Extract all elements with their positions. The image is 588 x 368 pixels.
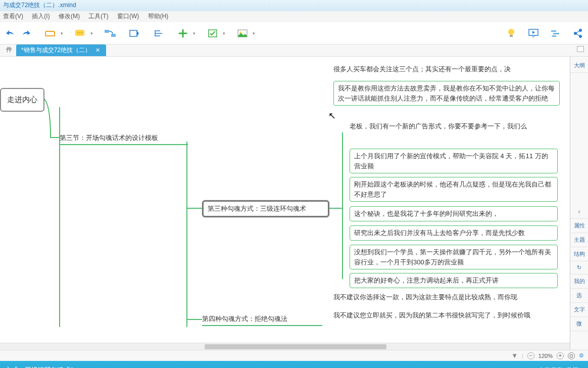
zoom-level: 120% bbox=[538, 353, 553, 359]
node-root[interactable]: 走进内心 bbox=[0, 88, 44, 112]
note-button[interactable] bbox=[73, 26, 87, 40]
node-method3-selected[interactable]: 第三种勾魂方式：三级连环勾魂术 bbox=[202, 200, 329, 217]
panel-select[interactable]: 选 bbox=[570, 289, 588, 303]
chevron-down-icon[interactable]: ▾ bbox=[193, 31, 195, 36]
bottombar-path: 方式：三级连环勾魂术') bbox=[5, 365, 74, 368]
zoom-in-button[interactable]: + bbox=[557, 352, 564, 359]
text-node[interactable]: 我不建议你选择这一款，因为这款主要特点是比较成熟，而你现 bbox=[333, 292, 561, 303]
relationship-button[interactable] bbox=[103, 26, 117, 40]
panel-text[interactable]: 文字 bbox=[570, 303, 588, 317]
statusbar: ▼ | − 120% + ⊡ ⚙ bbox=[0, 350, 588, 361]
text-node[interactable]: 刚开始跟这个老板谈的时候，他还有几点疑惑，但是现在光我自己都不好意思了 bbox=[350, 177, 558, 202]
idea-button[interactable] bbox=[504, 26, 518, 40]
menu-tools[interactable]: 工具(T) bbox=[88, 13, 108, 20]
text-node[interactable]: 很多人买车都会关注这三个点；其实还有一个最重要的点，决 bbox=[333, 64, 561, 75]
fit-icon[interactable]: ⊡ bbox=[568, 352, 575, 359]
text-node[interactable]: 我不是教你用这些方法去故意卖弄，我是教你在不知不觉中让的人，让你每次一讲话就能抓… bbox=[333, 81, 560, 106]
scrollbar-thumb[interactable] bbox=[205, 344, 386, 349]
tab-label: *销售与成交72绝技（二） bbox=[21, 46, 91, 55]
svg-rect-5 bbox=[105, 30, 109, 33]
svg-point-11 bbox=[508, 29, 514, 35]
workspace: 走进内心 第三节：开场勾魂话术的设计模板 很多人买车都会关注这三个点；其实还有一… bbox=[0, 57, 588, 350]
cursor-icon: ↖ bbox=[328, 110, 336, 121]
panel-mine[interactable]: 我的 bbox=[570, 274, 588, 289]
file-menu-tab[interactable]: 件 bbox=[2, 43, 16, 56]
chevron-down-icon[interactable]: ▾ bbox=[90, 31, 93, 36]
redo-button[interactable] bbox=[19, 26, 33, 40]
label-button[interactable] bbox=[127, 26, 141, 40]
svg-point-2 bbox=[77, 32, 78, 33]
text-node[interactable]: 这个秘诀，也是我花了十多年的时间研究出来的， bbox=[350, 206, 558, 221]
topic-button[interactable] bbox=[43, 26, 58, 40]
text-node[interactable]: 我不建议您立即就买，因为我的第二本书很快就写完了，到时候价哦 bbox=[333, 310, 561, 321]
window-title: 与成交72绝技（二）.xmind bbox=[3, 2, 76, 9]
window-titlebar: 与成交72绝技（二）.xmind bbox=[0, 0, 588, 11]
tab-active[interactable]: *销售与成交72绝技（二） ✕ bbox=[16, 44, 106, 56]
settings-icon[interactable]: ⚙ bbox=[579, 352, 584, 359]
presentation-button[interactable] bbox=[526, 26, 541, 40]
boundary-button[interactable] bbox=[152, 26, 166, 40]
panel-outline[interactable]: 大纲 bbox=[570, 59, 588, 73]
text-node[interactable]: 上个月我们用了个新的宣传模式，帮助一个美容院 4 天，拓11 万的营业额 bbox=[350, 149, 558, 173]
gantt-button[interactable] bbox=[549, 26, 563, 40]
add-button[interactable] bbox=[176, 26, 190, 40]
svg-point-17 bbox=[574, 32, 577, 35]
menu-window[interactable]: 窗口(W) bbox=[117, 13, 139, 20]
menu-view[interactable]: 查看(V) bbox=[3, 13, 23, 20]
restore-window-icon[interactable] bbox=[577, 46, 584, 52]
menu-help[interactable]: 帮助(H) bbox=[148, 13, 169, 20]
menubar: 查看(V) 插入(I) 修改(M) 工具(T) 窗口(W) 帮助(H) bbox=[0, 11, 588, 22]
mindmap-canvas[interactable]: 走进内心 第三节：开场勾魂话术的设计模板 很多人买车都会关注这三个点；其实还有一… bbox=[0, 57, 570, 350]
text-node[interactable]: 研究出来之后我们并没有马上去给客户分享，而是先找少数 bbox=[350, 225, 558, 241]
text-node[interactable]: 把大家的好奇心，注意力调动起来后，再正式开讲 bbox=[350, 273, 558, 288]
chevron-down-icon[interactable]: ▾ bbox=[223, 31, 225, 36]
toolbar: ▾ ▾ ▾ ▾ ▾ bbox=[0, 22, 588, 44]
svg-rect-6 bbox=[111, 34, 116, 37]
filter-icon[interactable]: ▼ bbox=[511, 352, 518, 359]
panel-structure[interactable]: 结构 bbox=[570, 247, 588, 261]
image-button[interactable] bbox=[235, 26, 250, 40]
text-node[interactable]: 没想到我们一个学员，第一天操作就赚了四千元，另外一个地所有美容行业，一个月干到3… bbox=[350, 245, 558, 269]
right-panel: 大纲 ‹ 属性 主题 结构 ↻ 我的 选 文字 微 bbox=[570, 57, 588, 350]
tabstrip: 件 *销售与成交72绝技（二） ✕ bbox=[0, 44, 588, 57]
chevron-down-icon[interactable]: ▾ bbox=[61, 31, 63, 36]
svg-rect-14 bbox=[551, 30, 556, 32]
text-node[interactable]: 老板，我们有一个新的广告形式，你要不要参考一下，我们么 bbox=[350, 121, 562, 132]
close-icon[interactable]: ✕ bbox=[94, 47, 101, 54]
chevron-down-icon[interactable]: ▾ bbox=[253, 31, 255, 36]
svg-rect-0 bbox=[45, 31, 55, 36]
branch-label-method4[interactable]: 第四种勾魂方式：拒绝勾魂法 bbox=[202, 314, 322, 326]
panel-theme[interactable]: 主题 bbox=[570, 233, 588, 247]
svg-rect-16 bbox=[552, 35, 556, 37]
panel-refresh-icon[interactable]: ↻ bbox=[570, 261, 588, 274]
menu-modify[interactable]: 修改(M) bbox=[59, 13, 80, 20]
svg-point-18 bbox=[579, 29, 582, 32]
bottombar: 方式：三级连环勾魂术') 自动保存: 关闭 ▾ bbox=[0, 361, 588, 368]
panel-micro[interactable]: 微 bbox=[570, 317, 588, 331]
horizontal-scrollbar[interactable] bbox=[0, 343, 570, 350]
scroll-left-icon[interactable]: ‹ bbox=[570, 204, 588, 219]
svg-rect-7 bbox=[130, 30, 137, 36]
marker-button[interactable] bbox=[206, 26, 220, 40]
svg-point-4 bbox=[81, 32, 82, 33]
svg-point-3 bbox=[79, 32, 80, 33]
menu-insert[interactable]: 插入(I) bbox=[32, 13, 50, 20]
branch-label-section3[interactable]: 第三节：开场勾魂话术的设计模板 bbox=[60, 133, 188, 145]
panel-properties[interactable]: 属性 bbox=[570, 219, 588, 233]
share-button[interactable] bbox=[571, 26, 585, 40]
zoom-out-button[interactable]: − bbox=[527, 352, 534, 359]
svg-rect-12 bbox=[510, 35, 513, 37]
undo-button[interactable] bbox=[3, 26, 17, 40]
svg-rect-15 bbox=[553, 33, 559, 34]
autosave-status[interactable]: 自动保存: 关闭 ▾ bbox=[538, 366, 583, 369]
svg-point-19 bbox=[579, 35, 582, 38]
